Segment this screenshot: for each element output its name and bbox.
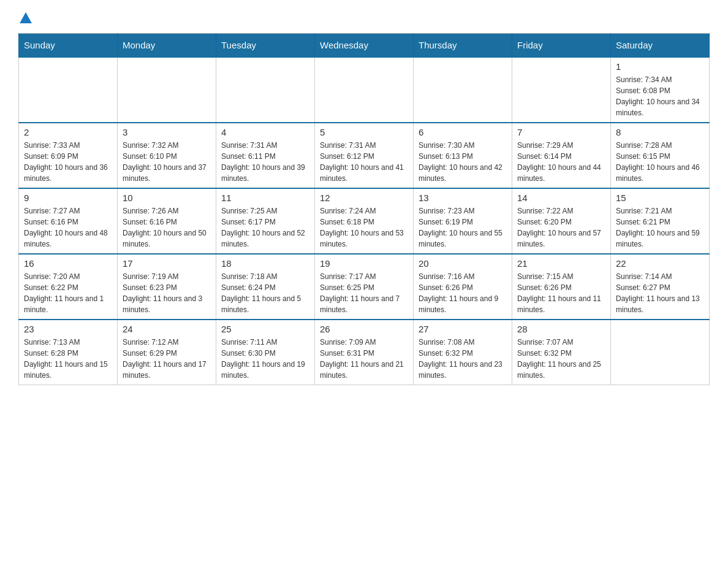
day-number: 13 [419,193,507,203]
day-number: 10 [123,193,211,203]
day-number: 7 [517,127,605,137]
column-header-sunday: Sunday [19,34,118,58]
calendar-cell: 15Sunrise: 7:21 AMSunset: 6:21 PMDayligh… [611,188,710,254]
calendar-cell: 7Sunrise: 7:29 AMSunset: 6:14 PMDaylight… [512,123,611,188]
logo [18,12,33,23]
day-number: 12 [320,193,408,203]
calendar-cell: 16Sunrise: 7:20 AMSunset: 6:22 PMDayligh… [19,254,118,320]
day-info: Sunrise: 7:14 AMSunset: 6:27 PMDaylight:… [616,271,704,315]
calendar-cell: 14Sunrise: 7:22 AMSunset: 6:20 PMDayligh… [512,188,611,254]
day-info: Sunrise: 7:12 AMSunset: 6:29 PMDaylight:… [123,337,211,381]
day-info: Sunrise: 7:08 AMSunset: 6:32 PMDaylight:… [419,337,507,381]
day-number: 17 [123,258,211,269]
calendar-week-row: 16Sunrise: 7:20 AMSunset: 6:22 PMDayligh… [19,254,710,320]
calendar-cell: 28Sunrise: 7:07 AMSunset: 6:32 PMDayligh… [512,320,611,385]
day-info: Sunrise: 7:13 AMSunset: 6:28 PMDaylight:… [24,337,112,381]
day-info: Sunrise: 7:32 AMSunset: 6:10 PMDaylight:… [123,140,211,184]
page-header [18,12,710,23]
calendar-cell [414,57,512,123]
day-info: Sunrise: 7:33 AMSunset: 6:09 PMDaylight:… [24,140,112,184]
calendar-week-row: 9Sunrise: 7:27 AMSunset: 6:16 PMDaylight… [19,188,710,254]
day-number: 18 [221,258,309,269]
day-number: 11 [221,193,309,203]
day-info: Sunrise: 7:22 AMSunset: 6:20 PMDaylight:… [517,205,605,250]
day-info: Sunrise: 7:30 AMSunset: 6:13 PMDaylight:… [419,140,507,184]
day-number: 26 [320,324,408,334]
calendar-week-row: 2Sunrise: 7:33 AMSunset: 6:09 PMDaylight… [19,123,710,188]
column-header-monday: Monday [118,34,216,58]
column-header-thursday: Thursday [414,34,512,58]
calendar-cell: 4Sunrise: 7:31 AMSunset: 6:11 PMDaylight… [216,123,315,188]
day-number: 24 [123,324,211,334]
column-header-saturday: Saturday [611,34,710,58]
calendar-cell: 22Sunrise: 7:14 AMSunset: 6:27 PMDayligh… [611,254,710,320]
day-info: Sunrise: 7:18 AMSunset: 6:24 PMDaylight:… [221,271,309,315]
day-info: Sunrise: 7:17 AMSunset: 6:25 PMDaylight:… [320,271,408,315]
day-info: Sunrise: 7:34 AMSunset: 6:08 PMDaylight:… [616,74,704,118]
day-number: 28 [517,324,605,334]
day-info: Sunrise: 7:31 AMSunset: 6:12 PMDaylight:… [320,140,408,184]
calendar-cell [315,57,414,123]
day-info: Sunrise: 7:24 AMSunset: 6:18 PMDaylight:… [320,205,408,250]
day-info: Sunrise: 7:11 AMSunset: 6:30 PMDaylight:… [221,337,309,381]
calendar-cell: 6Sunrise: 7:30 AMSunset: 6:13 PMDaylight… [414,123,512,188]
calendar-cell: 1Sunrise: 7:34 AMSunset: 6:08 PMDaylight… [611,57,710,123]
calendar-cell: 27Sunrise: 7:08 AMSunset: 6:32 PMDayligh… [414,320,512,385]
day-number: 25 [221,324,309,334]
calendar-cell: 10Sunrise: 7:26 AMSunset: 6:16 PMDayligh… [118,188,216,254]
day-info: Sunrise: 7:26 AMSunset: 6:16 PMDaylight:… [123,205,211,250]
day-info: Sunrise: 7:07 AMSunset: 6:32 PMDaylight:… [517,337,605,381]
column-header-friday: Friday [512,34,611,58]
calendar-cell: 11Sunrise: 7:25 AMSunset: 6:17 PMDayligh… [216,188,315,254]
day-number: 3 [123,127,211,137]
calendar-cell [216,57,315,123]
calendar-cell [118,57,216,123]
day-number: 9 [24,193,112,203]
calendar-cell: 26Sunrise: 7:09 AMSunset: 6:31 PMDayligh… [315,320,414,385]
calendar-cell: 24Sunrise: 7:12 AMSunset: 6:29 PMDayligh… [118,320,216,385]
day-number: 1 [616,61,704,72]
day-number: 2 [24,127,112,137]
day-number: 27 [419,324,507,334]
calendar-cell: 17Sunrise: 7:19 AMSunset: 6:23 PMDayligh… [118,254,216,320]
column-header-wednesday: Wednesday [315,34,414,58]
day-number: 23 [24,324,112,334]
calendar-week-row: 23Sunrise: 7:13 AMSunset: 6:28 PMDayligh… [19,320,710,385]
day-info: Sunrise: 7:09 AMSunset: 6:31 PMDaylight:… [320,337,408,381]
calendar-table: SundayMondayTuesdayWednesdayThursdayFrid… [18,33,710,385]
day-number: 19 [320,258,408,269]
calendar-header-row: SundayMondayTuesdayWednesdayThursdayFrid… [19,34,710,58]
calendar-cell: 8Sunrise: 7:28 AMSunset: 6:15 PMDaylight… [611,123,710,188]
calendar-week-row: 1Sunrise: 7:34 AMSunset: 6:08 PMDaylight… [19,57,710,123]
day-info: Sunrise: 7:27 AMSunset: 6:16 PMDaylight:… [24,205,112,250]
day-number: 22 [616,258,704,269]
day-number: 5 [320,127,408,137]
day-info: Sunrise: 7:20 AMSunset: 6:22 PMDaylight:… [24,271,112,315]
day-number: 14 [517,193,605,203]
calendar-cell [611,320,710,385]
day-info: Sunrise: 7:31 AMSunset: 6:11 PMDaylight:… [221,140,309,184]
calendar-cell: 18Sunrise: 7:18 AMSunset: 6:24 PMDayligh… [216,254,315,320]
calendar-cell: 9Sunrise: 7:27 AMSunset: 6:16 PMDaylight… [19,188,118,254]
calendar-cell: 19Sunrise: 7:17 AMSunset: 6:25 PMDayligh… [315,254,414,320]
calendar-cell: 13Sunrise: 7:23 AMSunset: 6:19 PMDayligh… [414,188,512,254]
day-info: Sunrise: 7:16 AMSunset: 6:26 PMDaylight:… [419,271,507,315]
day-info: Sunrise: 7:29 AMSunset: 6:14 PMDaylight:… [517,140,605,184]
day-info: Sunrise: 7:15 AMSunset: 6:26 PMDaylight:… [517,271,605,315]
calendar-cell: 25Sunrise: 7:11 AMSunset: 6:30 PMDayligh… [216,320,315,385]
day-info: Sunrise: 7:23 AMSunset: 6:19 PMDaylight:… [419,205,507,250]
day-info: Sunrise: 7:28 AMSunset: 6:15 PMDaylight:… [616,140,704,184]
day-info: Sunrise: 7:21 AMSunset: 6:21 PMDaylight:… [616,205,704,250]
day-number: 4 [221,127,309,137]
calendar-cell: 20Sunrise: 7:16 AMSunset: 6:26 PMDayligh… [414,254,512,320]
day-info: Sunrise: 7:19 AMSunset: 6:23 PMDaylight:… [123,271,211,315]
calendar-cell: 3Sunrise: 7:32 AMSunset: 6:10 PMDaylight… [118,123,216,188]
calendar-cell: 2Sunrise: 7:33 AMSunset: 6:09 PMDaylight… [19,123,118,188]
column-header-tuesday: Tuesday [216,34,315,58]
day-number: 20 [419,258,507,269]
day-number: 6 [419,127,507,137]
calendar-cell: 21Sunrise: 7:15 AMSunset: 6:26 PMDayligh… [512,254,611,320]
calendar-cell [19,57,118,123]
calendar-cell: 23Sunrise: 7:13 AMSunset: 6:28 PMDayligh… [19,320,118,385]
calendar-cell: 12Sunrise: 7:24 AMSunset: 6:18 PMDayligh… [315,188,414,254]
